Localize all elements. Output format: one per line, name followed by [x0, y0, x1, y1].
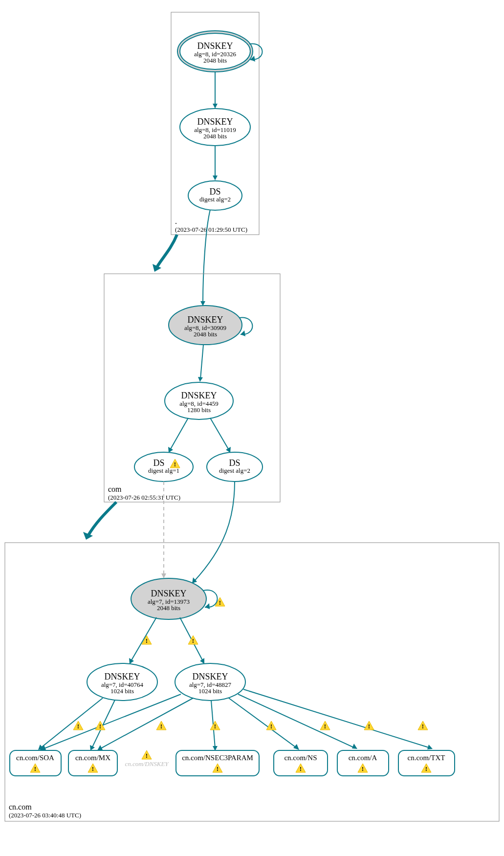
svg-text:!: ! [192, 637, 194, 644]
edge-zone-com-cncom [88, 502, 116, 536]
svg-marker-71 [427, 745, 433, 749]
zone-root-label: . [175, 217, 177, 225]
svg-text:!: ! [214, 723, 216, 730]
svg-marker-40 [161, 573, 166, 578]
warning-icon: ! [142, 750, 152, 759]
svg-marker-23 [241, 330, 245, 336]
edge-com-ksk-zsk [200, 345, 203, 379]
svg-text:digest alg=2: digest alg=2 [219, 467, 250, 474]
node-root-zsk[interactable]: DNSKEY alg=8, id=11019 2048 bits [180, 109, 250, 146]
node-cncom-zsk1[interactable]: DNSKEY alg=7, id=40764 1024 bits [87, 663, 157, 701]
svg-text:!: ! [146, 637, 148, 644]
svg-text:2048 bits: 2048 bits [194, 330, 217, 338]
svg-text:!: ! [146, 752, 148, 759]
node-com-ds2[interactable]: DS digest alg=2 [207, 452, 263, 482]
svg-text:!: ! [99, 723, 101, 730]
edge-zsk1-soa [41, 698, 103, 748]
svg-text:DNSKEY: DNSKEY [197, 117, 233, 127]
svg-text:1024 bits: 1024 bits [110, 687, 134, 695]
edge-cncom-ksk-zsk1 [131, 617, 156, 661]
svg-text:!: ! [217, 765, 219, 772]
svg-text:DS: DS [229, 458, 240, 468]
svg-marker-29 [168, 447, 173, 453]
edge-zsk1-mx [92, 700, 115, 748]
svg-text:!: ! [300, 765, 302, 772]
warning-icon: ! [364, 721, 374, 730]
warning-icon: ! [210, 721, 220, 730]
zone-cncom: cn.com (2023-07-26 03:40:48 UTC) [5, 543, 499, 821]
rr-nsec3param[interactable]: cn.com/NSEC3PARAM ! [176, 750, 259, 776]
svg-marker-30 [226, 447, 231, 453]
svg-marker-12 [213, 176, 218, 180]
svg-text:!: ! [77, 723, 79, 730]
svg-text:1024 bits: 1024 bits [198, 687, 222, 695]
warning-icon: ! [156, 721, 166, 730]
svg-marker-7 [213, 104, 218, 109]
svg-text:2048 bits: 2048 bits [157, 604, 180, 612]
zone-com-label: com [108, 485, 122, 493]
svg-text:!: ! [92, 765, 94, 772]
svg-text:1280 bits: 1280 bits [187, 406, 211, 414]
node-root-ds[interactable]: DS digest alg=2 [188, 181, 242, 210]
warning-icon: ! [320, 721, 330, 730]
svg-text:!: ! [425, 765, 427, 772]
edge-zsk2-mx [100, 698, 193, 749]
rr-ns[interactable]: cn.com/NS ! [274, 750, 328, 776]
svg-text:DNSKEY: DNSKEY [197, 41, 233, 51]
warning-icon: ! [266, 721, 276, 730]
svg-text:!: ! [368, 723, 370, 730]
phantom-dnskey: cn.com/DNSKEY [125, 760, 169, 768]
svg-text:2048 bits: 2048 bits [203, 132, 227, 140]
edge-zone-root-com [156, 235, 177, 268]
zone-com-time: (2023-07-26 02:55:31 UTC) [108, 494, 180, 501]
edge-root-ds-com-ksk [203, 210, 210, 303]
node-root-ksk[interactable]: DNSKEY alg=8, id=20326 2048 bits [177, 31, 253, 72]
svg-text:!: ! [270, 723, 272, 730]
edge-com-zsk-ds1 [170, 418, 188, 450]
svg-text:!: ! [324, 723, 326, 730]
edge-com-zsk-ds2 [210, 418, 229, 450]
svg-text:DNSKEY: DNSKEY [151, 589, 186, 598]
svg-marker-69 [293, 744, 299, 750]
svg-marker-50 [129, 658, 134, 664]
node-com-ksk[interactable]: DNSKEY alg=8, id=30909 2048 bits [169, 306, 242, 345]
svg-text:cn.com/TXT: cn.com/TXT [407, 754, 445, 762]
node-cncom-zsk2[interactable]: DNSKEY alg=7, id=48827 1024 bits [175, 663, 245, 701]
svg-text:!: ! [362, 765, 364, 772]
node-com-zsk[interactable]: DNSKEY alg=8, id=4459 1280 bits [165, 382, 233, 419]
svg-text:2048 bits: 2048 bits [203, 57, 227, 64]
svg-text:digest alg=2: digest alg=2 [199, 196, 231, 203]
rr-soa[interactable]: cn.com/SOA ! [10, 750, 61, 776]
svg-text:!: ! [219, 599, 221, 606]
svg-text:!: ! [174, 461, 176, 468]
edge-zsk2-a [238, 694, 355, 748]
node-com-ds1[interactable]: DS digest alg=1 [134, 452, 193, 482]
svg-text:cn.com/NSEC3PARAM: cn.com/NSEC3PARAM [182, 754, 253, 762]
svg-text:!: ! [34, 765, 36, 772]
svg-text:DS: DS [153, 458, 164, 468]
svg-text:cn.com/A: cn.com/A [349, 754, 377, 762]
svg-marker-70 [352, 744, 357, 749]
svg-text:!: ! [422, 723, 424, 730]
zone-cncom-label: cn.com [9, 803, 32, 811]
svg-text:!: ! [160, 723, 162, 730]
svg-text:DNSKEY: DNSKEY [104, 672, 140, 681]
svg-text:DS: DS [209, 187, 220, 197]
zone-cncom-time: (2023-07-26 03:40:48 UTC) [9, 812, 81, 819]
zone-root-time: (2023-07-26 01:29:50 UTC) [175, 226, 247, 233]
svg-rect-42 [5, 543, 499, 821]
warning-icon: ! [73, 721, 83, 730]
rr-a[interactable]: cn.com/A ! [337, 750, 389, 776]
rr-mx[interactable]: cn.com/MX ! [68, 750, 117, 776]
svg-text:DNSKEY: DNSKEY [187, 315, 223, 325]
svg-text:cn.com/SOA: cn.com/SOA [16, 754, 54, 762]
edge-zsk2-soa [43, 694, 181, 749]
warning-icon: ! [418, 721, 428, 730]
svg-marker-24 [198, 377, 203, 382]
svg-text:DNSKEY: DNSKEY [192, 672, 228, 681]
edge-com-ds2-cncom-ksk [195, 482, 235, 581]
rr-txt[interactable]: cn.com/TXT ! [398, 750, 455, 776]
node-cncom-ksk[interactable]: DNSKEY alg=7, id=13973 2048 bits [131, 578, 206, 619]
svg-text:cn.com/NS: cn.com/NS [284, 754, 317, 762]
svg-text:DNSKEY: DNSKEY [181, 391, 217, 400]
